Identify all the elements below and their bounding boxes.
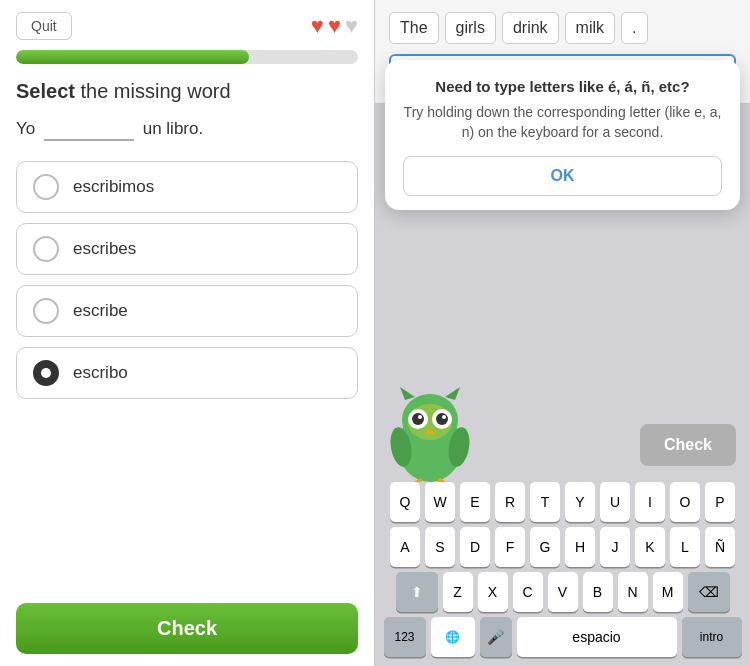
key-p[interactable]: P	[705, 482, 735, 522]
key-j[interactable]: J	[600, 527, 630, 567]
radio-2	[33, 298, 59, 324]
key-h[interactable]: H	[565, 527, 595, 567]
key-n-tilde[interactable]: Ñ	[705, 527, 735, 567]
key-intro[interactable]: intro	[682, 617, 742, 657]
instruction: Select the missing word	[16, 80, 358, 103]
key-globe[interactable]: 🌐	[431, 617, 475, 657]
progress-bar-container	[16, 50, 358, 64]
key-q[interactable]: Q	[390, 482, 420, 522]
option-item-3[interactable]: escribo	[16, 347, 358, 399]
key-e[interactable]: E	[460, 482, 490, 522]
heart-1: ♥	[311, 13, 324, 39]
option-text-2: escribe	[73, 301, 128, 321]
radio-3	[33, 360, 59, 386]
keyboard-row-4: 123 🌐 🎤 espacio intro	[379, 617, 746, 657]
popup-overlay: Need to type letters like é, á, ñ, etc? …	[385, 60, 740, 210]
word-tile-2: drink	[502, 12, 559, 44]
key-m[interactable]: M	[653, 572, 683, 612]
key-o[interactable]: O	[670, 482, 700, 522]
key-w[interactable]: W	[425, 482, 455, 522]
word-tile-3: milk	[565, 12, 615, 44]
word-tile-0: The	[389, 12, 439, 44]
popup-ok-button[interactable]: OK	[403, 156, 722, 196]
svg-point-9	[418, 415, 422, 419]
key-mic[interactable]: 🎤	[480, 617, 512, 657]
svg-marker-3	[445, 387, 460, 400]
key-b[interactable]: B	[583, 572, 613, 612]
option-text-1: escribes	[73, 239, 136, 259]
sentence-start: Yo	[16, 119, 35, 138]
key-l[interactable]: L	[670, 527, 700, 567]
instruction-bold: Select	[16, 80, 75, 102]
top-bar: Quit ♥ ♥ ♥	[16, 12, 358, 40]
word-tile-4: .	[621, 12, 647, 44]
keyboard-row-3: ⬆ Z X C V B N M ⌫	[379, 572, 746, 612]
key-s[interactable]: S	[425, 527, 455, 567]
key-f[interactable]: F	[495, 527, 525, 567]
sentence-end: un libro.	[143, 119, 203, 138]
keyboard-row-2: A S D F G H J K L Ñ	[379, 527, 746, 567]
right-panel: The girls drink milk . Need to type lett…	[375, 0, 750, 666]
sentence: Yo un libro.	[16, 119, 358, 141]
hearts-container: ♥ ♥ ♥	[311, 13, 358, 39]
key-x[interactable]: X	[478, 572, 508, 612]
check-button-right[interactable]: Check	[640, 424, 736, 466]
svg-marker-2	[400, 387, 415, 400]
key-space[interactable]: espacio	[517, 617, 677, 657]
word-tiles: The girls drink milk .	[389, 12, 736, 44]
keyboard: Q W E R T Y U I O P A S D F G H J K L Ñ …	[375, 476, 750, 666]
svg-point-7	[412, 413, 424, 425]
progress-bar-fill	[16, 50, 249, 64]
key-u[interactable]: U	[600, 482, 630, 522]
option-item-0[interactable]: escribimos	[16, 161, 358, 213]
key-i[interactable]: I	[635, 482, 665, 522]
key-a[interactable]: A	[390, 527, 420, 567]
key-c[interactable]: C	[513, 572, 543, 612]
instruction-plain: the missing word	[75, 80, 231, 102]
owl-icon	[385, 382, 475, 482]
key-d[interactable]: D	[460, 527, 490, 567]
key-123[interactable]: 123	[384, 617, 426, 657]
option-item-1[interactable]: escribes	[16, 223, 358, 275]
svg-point-10	[442, 415, 446, 419]
sentence-blank	[44, 119, 134, 141]
key-y[interactable]: Y	[565, 482, 595, 522]
check-button-left[interactable]: Check	[16, 603, 358, 654]
key-k[interactable]: K	[635, 527, 665, 567]
option-text-0: escribimos	[73, 177, 154, 197]
owl-container	[385, 382, 475, 486]
key-shift[interactable]: ⬆	[396, 572, 438, 612]
heart-3: ♥	[345, 13, 358, 39]
key-n[interactable]: N	[618, 572, 648, 612]
key-z[interactable]: Z	[443, 572, 473, 612]
key-backspace[interactable]: ⌫	[688, 572, 730, 612]
radio-1	[33, 236, 59, 262]
heart-2: ♥	[328, 13, 341, 39]
key-r[interactable]: R	[495, 482, 525, 522]
key-v[interactable]: V	[548, 572, 578, 612]
quit-button[interactable]: Quit	[16, 12, 72, 40]
keyboard-row-1: Q W E R T Y U I O P	[379, 482, 746, 522]
popup-title: Need to type letters like é, á, ñ, etc?	[403, 78, 722, 95]
options-list: escribimos escribes escribe escribo	[16, 161, 358, 587]
popup-body: Try holding down the corresponding lette…	[403, 103, 722, 142]
popup-bubble: Need to type letters like é, á, ñ, etc? …	[385, 60, 740, 210]
radio-0	[33, 174, 59, 200]
option-text-3: escribo	[73, 363, 128, 383]
left-panel: Quit ♥ ♥ ♥ Select the missing word Yo un…	[0, 0, 375, 666]
key-g[interactable]: G	[530, 527, 560, 567]
word-tile-1: girls	[445, 12, 496, 44]
svg-point-8	[436, 413, 448, 425]
option-item-2[interactable]: escribe	[16, 285, 358, 337]
key-t[interactable]: T	[530, 482, 560, 522]
